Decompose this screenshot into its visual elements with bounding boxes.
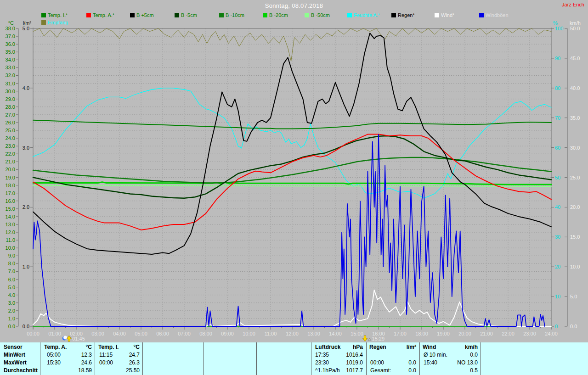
svg-text:40.0: 40.0 (570, 85, 580, 91)
summary-wind-value: km/h (423, 344, 478, 351)
svg-text:%: % (553, 20, 558, 26)
svg-text:24:00: 24:00 (545, 331, 558, 336)
svg-text:5.0: 5.0 (570, 294, 577, 299)
svg-text:09:00: 09:00 (221, 331, 234, 336)
svg-text:7.0: 7.0 (8, 269, 15, 274)
svg-text:31.0: 31.0 (6, 81, 15, 86)
svg-text:100: 100 (555, 26, 563, 31)
time-marker-1529: 15:29 (363, 336, 385, 341)
svg-text:20:00: 20:00 (458, 331, 471, 336)
summary-tempA-value: °C (37, 344, 92, 351)
svg-text:50: 50 (555, 175, 560, 180)
svg-text:60: 60 (555, 145, 560, 151)
weather-app-window: Sonntag, 08.07.2018 Jarz Erich Temp. I.*… (0, 0, 588, 375)
summary-wind-value: NO 13.0 (423, 359, 478, 366)
svg-text:12.0: 12.0 (6, 229, 15, 235)
svg-text:15.0: 15.0 (570, 234, 580, 240)
svg-text:20.0: 20.0 (570, 204, 580, 210)
summary-tempI-value: 25.50 (85, 367, 140, 374)
svg-text:16.0: 16.0 (6, 198, 15, 204)
svg-text:15:29: 15:29 (372, 336, 385, 341)
svg-text:35.0: 35.0 (570, 115, 580, 121)
svg-text:0.0: 0.0 (8, 324, 15, 329)
svg-text:3.0: 3.0 (23, 145, 29, 151)
summary-regen-value: 0.0 (361, 367, 416, 374)
svg-text:06:00: 06:00 (156, 331, 169, 336)
svg-text:2.0: 2.0 (8, 308, 15, 313)
svg-text:29.0: 29.0 (6, 96, 15, 102)
svg-text:37.0: 37.0 (6, 34, 15, 39)
svg-text:0.0: 0.0 (23, 324, 29, 329)
summary-row-label: Sensor (4, 344, 23, 351)
svg-text:1.0: 1.0 (8, 316, 15, 321)
svg-text:15.0: 15.0 (6, 206, 15, 212)
svg-text:33.0: 33.0 (6, 65, 15, 70)
svg-text:23.0: 23.0 (6, 143, 15, 149)
svg-text:11.0: 11.0 (6, 237, 15, 243)
svg-text:17:00: 17:00 (394, 331, 407, 336)
table-divider (256, 342, 257, 375)
svg-text:21:00: 21:00 (480, 331, 493, 336)
summary-tempI-value: 26.3 (85, 359, 140, 366)
svg-text:34.0: 34.0 (6, 57, 15, 62)
svg-text:17.0: 17.0 (6, 190, 15, 196)
svg-text:4.0: 4.0 (23, 85, 29, 91)
svg-text:07:00: 07:00 (178, 331, 191, 336)
summary-tempA-value: 18.59 (37, 367, 92, 374)
summary-table: SensorTemp. A.°CTemp. I.°CLuftdruckhPaRe… (0, 342, 588, 375)
svg-text:26.0: 26.0 (6, 120, 15, 125)
svg-text:25.0: 25.0 (6, 128, 15, 133)
svg-text:14:00: 14:00 (329, 331, 342, 336)
summary-tempA-value: 24.6 (37, 359, 92, 366)
svg-text:04:00: 04:00 (113, 331, 126, 336)
summary-row-label: MaxWert (4, 359, 27, 366)
table-divider (203, 342, 204, 375)
svg-text:13:00: 13:00 (307, 331, 320, 336)
svg-text:°C: °C (8, 20, 14, 26)
svg-text:35.0: 35.0 (6, 49, 15, 55)
summary-row-label: Durchschnitt (4, 367, 38, 374)
svg-text:18:00: 18:00 (415, 331, 428, 336)
svg-text:32.0: 32.0 (6, 73, 15, 78)
svg-text:6.0: 6.0 (8, 277, 15, 282)
svg-text:50.0: 50.0 (570, 26, 580, 31)
svg-text:08:00: 08:00 (199, 331, 212, 336)
summary-luft-value: 1017.7 (308, 367, 363, 374)
svg-text:5.0: 5.0 (8, 285, 15, 290)
summary-luft-value: 1016.4 (308, 352, 363, 358)
svg-text:21.0: 21.0 (6, 159, 15, 164)
svg-text:22.0: 22.0 (6, 151, 15, 157)
svg-text:10:00: 10:00 (243, 331, 255, 336)
svg-text:22:00: 22:00 (502, 331, 514, 336)
svg-text:15:00: 15:00 (351, 331, 363, 336)
series-b-m50 (33, 185, 551, 186)
svg-text:38.0: 38.0 (6, 26, 15, 31)
svg-text:80: 80 (555, 85, 560, 91)
svg-text:l/m²: l/m² (23, 20, 32, 26)
summary-row-label: MinWert (4, 352, 25, 358)
svg-text:70: 70 (555, 115, 560, 121)
svg-text:0: 0 (555, 324, 558, 329)
summary-tempI-value: °C (85, 344, 140, 351)
svg-text:10: 10 (555, 294, 560, 299)
time-marker-0145: 01:45 (62, 336, 85, 341)
svg-text:0.0: 0.0 (570, 324, 577, 329)
svg-text:3.0: 3.0 (8, 300, 15, 306)
svg-text:24.0: 24.0 (6, 135, 15, 141)
svg-text:4.0: 4.0 (8, 292, 15, 298)
svg-text:00:00: 00:00 (27, 331, 40, 336)
svg-text:14.0: 14.0 (6, 214, 15, 219)
summary-tempI-value: 24.7 (85, 352, 140, 358)
svg-text:18.0: 18.0 (6, 183, 15, 188)
svg-text:10.0: 10.0 (6, 245, 15, 251)
summary-regen-value: l/m² (361, 344, 416, 351)
svg-text:19:00: 19:00 (437, 331, 450, 336)
svg-text:90: 90 (555, 56, 560, 61)
svg-text:36.0: 36.0 (6, 41, 15, 47)
svg-text:30: 30 (555, 234, 560, 240)
weather-chart: 0.01.02.03.04.05.06.07.08.09.010.011.012… (0, 0, 588, 342)
svg-text:8.0: 8.0 (8, 261, 15, 266)
summary-wind-value: 0.0 (423, 352, 478, 358)
svg-text:05:00: 05:00 (135, 331, 147, 336)
table-divider (142, 342, 143, 375)
